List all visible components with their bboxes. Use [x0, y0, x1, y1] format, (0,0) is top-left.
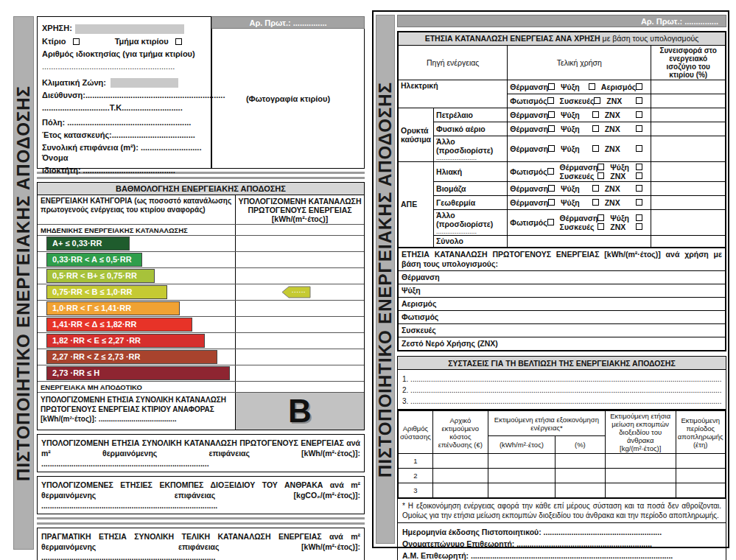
cooling-checkbox[interactable]	[592, 145, 599, 152]
building-part-label: Τμήμα κτιρίου	[115, 37, 169, 46]
heating-checkbox[interactable]	[548, 125, 555, 132]
protocol-number-field[interactable]: Αρ. Πρωτ.: ...............	[211, 16, 365, 29]
primary-row-appliances[interactable]: Συσκευές	[399, 323, 725, 337]
contribution-field[interactable]	[651, 94, 726, 108]
address-field[interactable]: Διεύθυνση:..............................…	[42, 90, 206, 100]
contribution-field[interactable]	[651, 181, 726, 195]
rec-co2-field[interactable]	[605, 483, 676, 498]
dhw-checkbox[interactable]	[636, 145, 642, 152]
primary-row-ventilation[interactable]: Αερισμός	[399, 297, 725, 310]
heating-checkbox[interactable]	[548, 111, 555, 118]
cooling-checkbox[interactable]	[636, 214, 642, 221]
issue-date-field[interactable]: Ημερομηνία έκδοσης Πιστοποιητικού: .....…	[402, 526, 721, 538]
savings-footnote: * Η εξοικονόμηση ενέργειας αφορά την κάθ…	[397, 499, 726, 523]
rec-savings-kwh-field[interactable]	[488, 483, 555, 498]
contribution-field[interactable]	[651, 80, 726, 94]
lighting-checkbox[interactable]	[547, 219, 554, 225]
actual-final-consumption-field[interactable]: ΠΡΑΓΜΑΤΙΚΗ ΕΤΗΣΙΑ ΣΥΝΟΛΙΚΗ ΤΕΛΙΚΗ ΚΑΤΑΝΑ…	[37, 528, 365, 560]
dhw-checkbox[interactable]	[636, 172, 642, 179]
construction-year-field[interactable]: Έτος κατασκευής:........................…	[42, 130, 206, 140]
owner-name-field[interactable]: ιδιοκτήτη: .............................…	[42, 165, 206, 175]
rec-co2-field[interactable]	[605, 469, 676, 483]
postal-code-field[interactable]: ..............................Τ.Κ.......…	[42, 102, 206, 113]
energy-bar-a-plus: A+ ≤ 0,33·RR	[46, 237, 130, 251]
rec-savings-kwh-field[interactable]	[488, 469, 555, 483]
lighting-checkbox[interactable]	[547, 97, 554, 104]
cooling-checkbox[interactable]	[592, 125, 599, 132]
ventilation-checkbox[interactable]	[636, 83, 642, 90]
primary-row-lighting[interactable]: Φωτισμός	[399, 310, 725, 323]
rec-payback-field[interactable]	[676, 483, 726, 498]
heating-checkbox[interactable]	[548, 83, 555, 90]
use-value-field[interactable]	[75, 24, 184, 34]
building-part-checkbox[interactable]	[175, 38, 182, 45]
rec-cost-field[interactable]	[432, 483, 488, 498]
total-uses-cell[interactable]	[508, 235, 651, 248]
recommendation-line-3[interactable]: 3. .....................................…	[402, 396, 721, 407]
energy-bar-z: 2,27 ·RR < Z ≤ 2,73 ·RR	[46, 350, 217, 364]
contribution-field[interactable]	[651, 161, 726, 181]
dhw-checkbox[interactable]	[636, 125, 642, 132]
dhw-checkbox[interactable]	[636, 97, 642, 104]
primary-row-dhw[interactable]: Ζεστό Νερό Χρήσης (ΖΝΧ)	[399, 337, 725, 350]
calculated-primary-per-m2-field[interactable]: ΥΠΟΛΟΓΙΖΟΜΕΝΗ ΕΤΗΣΙΑ ΣΥΝΟΛΙΚΗ ΚΑΤΑΝΑΛΩΣΗ…	[37, 434, 365, 472]
use-lighting-label: Φωτισμός	[510, 97, 547, 105]
contribution-field[interactable]	[651, 122, 726, 136]
rec-row-number: 1	[398, 454, 432, 469]
appliances-checkbox[interactable]	[594, 97, 600, 104]
heating-checkbox[interactable]	[597, 164, 604, 170]
dhw-checkbox[interactable]	[636, 111, 642, 118]
rec-cost-field[interactable]	[432, 469, 488, 483]
cooling-checkbox[interactable]	[592, 185, 599, 192]
heating-checkbox[interactable]	[548, 145, 555, 152]
contribution-field[interactable]	[651, 195, 726, 209]
heating-checkbox[interactable]	[548, 185, 555, 192]
rec-payback-field[interactable]	[676, 454, 726, 469]
contribution-field[interactable]	[651, 209, 726, 235]
primary-row-cooling[interactable]: Ψύξη	[399, 284, 725, 297]
total-contribution-field[interactable]	[651, 235, 726, 248]
cooling-checkbox[interactable]	[592, 199, 599, 206]
res-other-field[interactable]: ......................	[436, 228, 505, 234]
dhw-checkbox[interactable]	[636, 199, 642, 206]
rec-savings-pct-field[interactable]	[555, 483, 605, 498]
heating-checkbox[interactable]	[597, 214, 604, 221]
appliances-checkbox[interactable]	[597, 172, 604, 179]
rec-cost-field[interactable]	[432, 454, 488, 469]
ownership-field[interactable]: ........................................…	[42, 61, 206, 71]
rec-savings-kwh-field[interactable]	[488, 454, 555, 469]
rec-savings-pct-field[interactable]	[555, 469, 605, 483]
protocol-number-field[interactable]: Αρ. Πρωτ.: ...............	[397, 15, 726, 27]
appliances-checkbox[interactable]	[597, 223, 604, 230]
energy-bar-row: 0,75·RR < B ≤ 1,0·RR ......	[38, 284, 364, 301]
column-header-final-use: Τελική χρήση	[508, 45, 651, 80]
fuel-other-field[interactable]: ......................	[436, 155, 505, 161]
inspector-name-field[interactable]: Ονοματεπώνυμο Επιθεωρητή: ..............…	[402, 538, 721, 550]
recommendation-line-1[interactable]: 1. .....................................…	[402, 374, 721, 385]
energy-bar-b: 0,75·RR < B ≤ 1,0·RR	[46, 285, 167, 299]
contribution-field[interactable]	[651, 108, 726, 122]
contribution-field[interactable]	[651, 136, 726, 161]
dhw-checkbox[interactable]	[636, 185, 642, 192]
use-ventilation-label: Αερισμός	[601, 83, 636, 91]
heating-checkbox[interactable]	[548, 199, 555, 206]
rec-savings-pct-field[interactable]	[555, 454, 605, 469]
vertical-page-title: ΠΙΣΤΟΠΟΙΗΤΙΚΟ ΕΝΕΡΓΕΙΑΚΗΣ ΑΠΟΔΟΣΗΣ	[13, 16, 34, 550]
building-checkbox[interactable]	[73, 38, 80, 45]
city-field[interactable]: Πόλη: ..................................…	[42, 117, 206, 127]
primary-row-heating[interactable]: Θέρμανση	[399, 270, 725, 284]
inspector-registration-field[interactable]: Α.Μ. Επιθεωρητή: .......................…	[402, 550, 721, 560]
rec-payback-field[interactable]	[676, 469, 726, 483]
total-area-field[interactable]: Συνολική επιφάνεια (m²): ...............…	[42, 142, 206, 163]
res-other: Άλλο (προσδιορίστε).....................…	[434, 209, 508, 235]
cooling-checkbox[interactable]	[589, 83, 595, 90]
cooling-checkbox[interactable]	[592, 111, 599, 118]
reference-consumption-field[interactable]: ΥΠΟΛΟΓΙΖΟΜΕΝΗ ΕΤΗΣΙΑ ΣΥΝΟΛΙΚΗ ΚΑΤΑΝΑΛΩΣΗ…	[38, 393, 235, 430]
climate-zone-field[interactable]	[111, 78, 178, 88]
cooling-checkbox[interactable]	[636, 164, 642, 170]
dhw-checkbox[interactable]	[636, 223, 642, 230]
calculated-co2-per-m2-field[interactable]: ΥΠΟΛΟΓΙΖΟΜΕΝΕΣ ΕΤΗΣΙΕΣ ΕΚΠΟΜΠΕΣ ΔΙΟΞΕΙΔΙ…	[37, 476, 365, 514]
rec-co2-field[interactable]	[605, 454, 676, 469]
recommendation-line-2[interactable]: 2. .....................................…	[402, 385, 721, 396]
lighting-checkbox[interactable]	[547, 168, 554, 175]
